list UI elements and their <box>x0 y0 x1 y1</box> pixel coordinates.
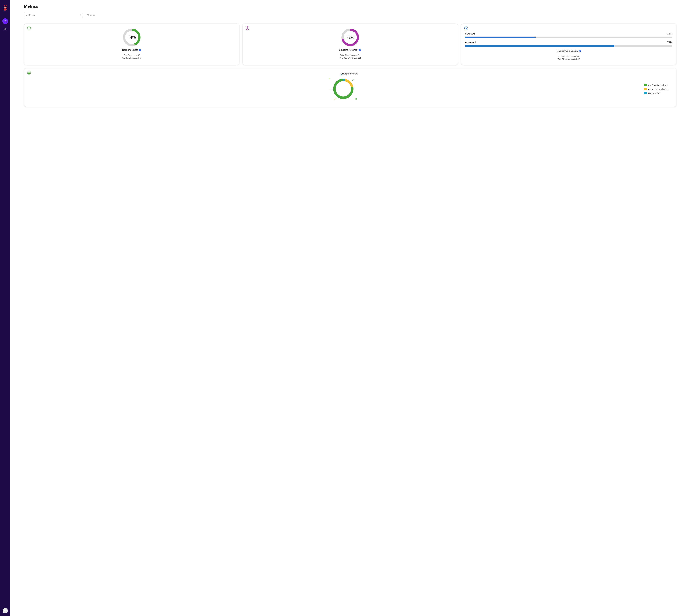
legend-item-happy: Happy in Role <box>644 92 668 94</box>
svg-rect-15 <box>4 29 5 30</box>
sourcing-accuracy-donut: 72% <box>341 28 359 46</box>
svg-line-12 <box>4 10 5 11</box>
globe-icon <box>464 26 468 30</box>
help-icon[interactable]: ? <box>359 49 361 51</box>
select-arrows-icon <box>79 14 81 17</box>
svg-point-19 <box>29 27 29 28</box>
briefcase-icon <box>4 20 6 23</box>
sidebar: RT <box>0 0 10 616</box>
person-icon <box>27 71 31 75</box>
svg-line-10 <box>4 9 4 10</box>
svg-rect-14 <box>4 21 6 22</box>
main-content: Metrics All Roles Filter <box>10 0 684 616</box>
pie-label-happy: 1 <box>341 73 342 76</box>
svg-point-8 <box>6 7 6 8</box>
nav-item-metrics[interactable] <box>2 26 8 32</box>
response-rate-donut: 44% <box>123 28 141 46</box>
lightning-icon <box>246 26 249 30</box>
card-sourcing-accuracy: 72% Sourcing Accuracy ? Total Talent Acc… <box>243 24 458 65</box>
svg-rect-9 <box>4 8 6 10</box>
svg-rect-17 <box>6 29 6 30</box>
response-rate-title: Response Rate <box>122 49 138 51</box>
filter-label: Filter <box>90 14 95 17</box>
svg-rect-16 <box>5 28 5 30</box>
response-rate-pie: 29 7 1 <box>331 76 356 101</box>
pie-label-interested: 7 <box>329 78 330 80</box>
svg-point-25 <box>464 26 468 30</box>
legend-label-confirmed: Confirmed Interviews <box>648 84 667 86</box>
page-title: Metrics <box>24 4 676 9</box>
sourcing-accuracy-percent: 72% <box>341 28 359 46</box>
card-response-rate: 44% Response Rate ? Total Responses: 37 … <box>24 24 239 65</box>
person-icon <box>27 26 31 30</box>
response-rate-percent: 44% <box>123 28 141 46</box>
metrics-cards-row: 44% Response Rate ? Total Responses: 37 … <box>24 24 676 65</box>
sourcing-accuracy-stat2: Total Talent Reviewed: 114 <box>340 57 361 60</box>
avatar-initials: RT <box>4 610 6 612</box>
controls-row: All Roles Filter <box>24 13 676 18</box>
svg-point-7 <box>4 7 5 8</box>
bar-sourced-percent: 34% <box>667 32 672 35</box>
legend-item-confirmed: Confirmed Interviews <box>644 84 668 86</box>
svg-point-1 <box>6 5 6 6</box>
legend-item-interested: Interested Candidates <box>644 88 668 90</box>
legend-label-interested: Interested Candidates <box>648 88 668 90</box>
bar-sourced: Sourced 34% <box>465 32 672 38</box>
swatch-cyan-icon <box>644 92 647 94</box>
pie-label-confirmed: 29 <box>355 98 357 100</box>
diversity-stat1: Total Diversity Sourced: 56 <box>465 55 672 58</box>
bar-chart-icon <box>4 28 6 30</box>
response-rate-stat1: Total Responses: 37 <box>122 54 142 57</box>
diversity-stat2: Total Diversity Accepted: 47 <box>465 58 672 61</box>
response-rate-chart-title: Response Rate <box>28 72 672 75</box>
swatch-yellow-icon <box>644 88 647 90</box>
help-icon[interactable]: ? <box>578 50 581 52</box>
filter-button[interactable]: Filter <box>87 14 95 17</box>
swatch-green-icon <box>644 84 647 86</box>
svg-point-27 <box>29 72 29 73</box>
card-response-rate-chart: Response Rate 29 7 1 <box>24 68 676 107</box>
sourcing-accuracy-stat1: Total Talent Accepted: 24 <box>340 54 361 57</box>
legend-label-happy: Happy in Role <box>648 92 661 94</box>
role-select-value: All Roles <box>26 14 35 17</box>
bar-accepted: Accepted 72% <box>465 41 672 47</box>
bar-accepted-label: Accepted <box>465 41 476 44</box>
sourcing-accuracy-title: Sourcing Accuracy <box>339 49 359 51</box>
help-icon[interactable]: ? <box>139 49 141 51</box>
response-rate-stat2: Total Talent Accepted: 24 <box>122 57 142 60</box>
response-rate-legend: Confirmed Interviews Interested Candidat… <box>644 84 668 96</box>
bar-accepted-percent: 72% <box>667 41 672 44</box>
card-diversity-inclusion: Sourced 34% Accepted 72% Diversi <box>461 24 676 65</box>
robot-logo-icon <box>3 5 8 12</box>
diversity-inclusion-title: Diversity & Inclusion <box>557 50 578 52</box>
bar-sourced-label: Sourced <box>465 32 475 35</box>
user-avatar[interactable]: RT <box>3 608 8 613</box>
svg-point-0 <box>4 5 5 6</box>
svg-line-11 <box>6 9 7 10</box>
role-select[interactable]: All Roles <box>24 13 83 18</box>
filter-icon <box>87 14 89 17</box>
nav-item-roles[interactable] <box>2 18 8 24</box>
